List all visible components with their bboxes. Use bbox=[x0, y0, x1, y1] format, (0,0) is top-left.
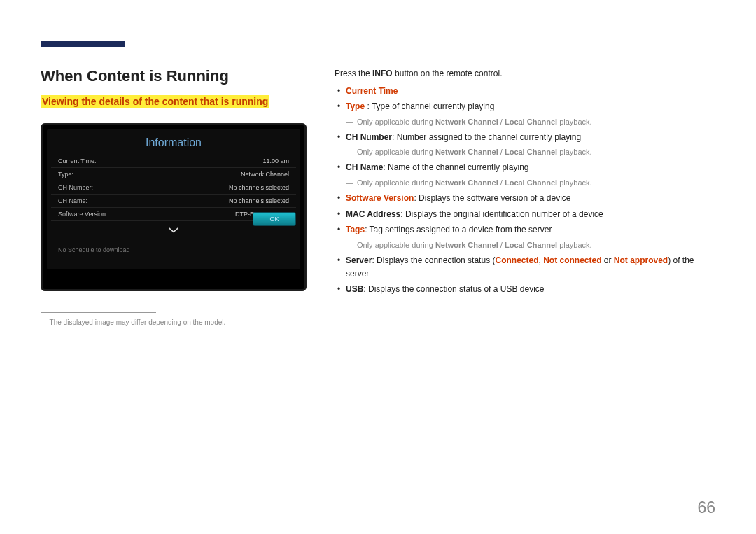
footnote: ― The displayed image may differ dependi… bbox=[41, 318, 314, 326]
page-content: When Content is Running Viewing the deta… bbox=[41, 67, 715, 506]
info-value: 11:00 am bbox=[262, 157, 289, 164]
item-type-label: Type bbox=[346, 101, 365, 111]
info-label: Software Version: bbox=[58, 211, 108, 218]
info-row: CH Name: No channels selected bbox=[51, 195, 296, 208]
item-chname-desc: : Name of the channel currently playing bbox=[383, 162, 528, 172]
list-item: CH Name: Name of the channel currently p… bbox=[335, 161, 715, 174]
item-usb-label: USB bbox=[346, 284, 363, 294]
ok-panel: OK bbox=[253, 212, 296, 226]
definition-list: Software Version: Displays the software … bbox=[335, 192, 715, 237]
header-accent-bar bbox=[41, 41, 125, 47]
item-chnum-label: CH Number bbox=[346, 132, 392, 142]
list-item: Tags: Tag settings assigned to a device … bbox=[335, 223, 715, 237]
item-mac-desc: : Displays the original identification n… bbox=[400, 209, 603, 219]
info-value: Network Channel bbox=[241, 171, 289, 178]
intro-bold: INFO bbox=[372, 69, 393, 78]
definition-list: CH Number: Number assigned to the channe… bbox=[335, 131, 715, 144]
info-label: Current Time: bbox=[58, 157, 97, 164]
sub-note: Only applicable during Network Channel /… bbox=[335, 146, 715, 158]
intro-prefix: Press the bbox=[335, 69, 372, 78]
footnote-text: The displayed image may differ depending… bbox=[50, 318, 226, 326]
list-item: CH Number: Number assigned to the channe… bbox=[335, 131, 715, 144]
info-value: No channels selected bbox=[229, 197, 289, 204]
info-label: CH Name: bbox=[58, 197, 88, 204]
info-label: CH Number: bbox=[58, 184, 93, 191]
item-tags-desc: : Tag settings assigned to a device from… bbox=[365, 225, 552, 234]
item-sw-desc: : Displays the software version of a dev… bbox=[414, 193, 570, 203]
server-not-approved: Not approved bbox=[614, 255, 668, 265]
no-schedule-text: No Schedule to download bbox=[51, 239, 296, 253]
header-rule bbox=[41, 48, 715, 48]
info-panel-title: Information bbox=[51, 134, 296, 155]
section-title: When Content is Running bbox=[41, 67, 314, 85]
item-chname-label: CH Name bbox=[346, 162, 383, 172]
server-not-connected: Not connected bbox=[543, 255, 601, 265]
footnote-rule bbox=[41, 312, 156, 313]
page-number: 66 bbox=[697, 498, 715, 517]
info-label: Type: bbox=[58, 171, 74, 178]
list-item: Server: Displays the connection status (… bbox=[335, 254, 715, 280]
item-type-desc: : Type of channel currently playing bbox=[365, 101, 494, 111]
info-row: Type: Network Channel bbox=[51, 168, 296, 181]
list-item: Software Version: Displays the software … bbox=[335, 192, 715, 205]
info-value: No channels selected bbox=[229, 184, 289, 191]
item-chnum-desc: : Number assigned to the channel current… bbox=[392, 132, 581, 142]
subtitle-highlight: Viewing the details of the content that … bbox=[41, 95, 270, 108]
definition-list: Current Time Type : Type of channel curr… bbox=[335, 85, 715, 113]
info-row: CH Number: No channels selected bbox=[51, 181, 296, 195]
item-current-time: Current Time bbox=[346, 86, 398, 96]
device-screenshot: Information Current Time: 11:00 am Type:… bbox=[41, 123, 307, 291]
item-tags-label: Tags bbox=[346, 225, 365, 234]
list-item: Current Time bbox=[335, 85, 715, 98]
right-column: Press the INFO button on the remote cont… bbox=[335, 67, 715, 506]
sub-note: Only applicable during Network Channel /… bbox=[335, 177, 715, 189]
list-item: Type : Type of channel currently playing bbox=[335, 100, 715, 113]
item-mac-label: MAC Address bbox=[346, 209, 400, 219]
item-server-label: Server bbox=[346, 255, 372, 265]
item-server-pre: : Displays the connection status ( bbox=[372, 255, 495, 265]
left-column: When Content is Running Viewing the deta… bbox=[41, 67, 314, 506]
definition-list: CH Name: Name of the channel currently p… bbox=[335, 161, 715, 174]
device-screen: Information Current Time: 11:00 am Type:… bbox=[47, 129, 300, 269]
intro-suffix: button on the remote control. bbox=[393, 69, 503, 78]
info-row: Current Time: 11:00 am bbox=[51, 155, 296, 168]
list-item: USB: Displays the connection status of a… bbox=[335, 283, 715, 296]
ok-button[interactable]: OK bbox=[253, 212, 296, 226]
sub-note: Only applicable during Network Channel /… bbox=[335, 116, 715, 128]
definition-list: Server: Displays the connection status (… bbox=[335, 254, 715, 296]
item-usb-desc: : Displays the connection status of a US… bbox=[363, 284, 544, 294]
sub-note: Only applicable during Network Channel /… bbox=[335, 239, 715, 251]
server-connected: Connected bbox=[495, 255, 538, 265]
intro-line: Press the INFO button on the remote cont… bbox=[335, 67, 715, 80]
list-item: MAC Address: Displays the original ident… bbox=[335, 208, 715, 221]
item-sw-label: Software Version bbox=[346, 193, 414, 203]
